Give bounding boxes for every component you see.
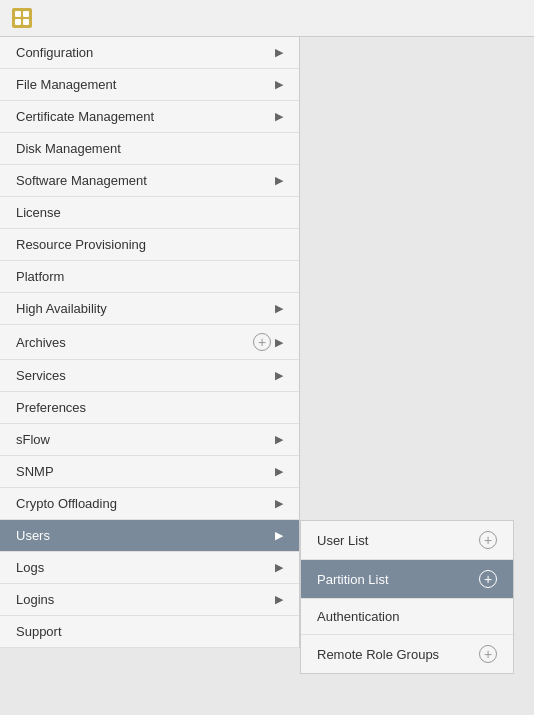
menu-item-crypto-offloading[interactable]: Crypto Offloading▶ [0,488,299,520]
plus-icon-archives[interactable]: + [253,333,271,351]
menu-item-logs[interactable]: Logs▶ [0,552,299,584]
menu-item-resource-provisioning[interactable]: Resource Provisioning [0,229,299,261]
arrow-icon-certificate-management: ▶ [275,110,283,123]
menu-item-support[interactable]: Support [0,616,299,648]
menu-item-label-platform: Platform [16,269,283,284]
arrow-icon-logins: ▶ [275,593,283,606]
submenu-plus-icon-user-list[interactable]: + [479,531,497,549]
svg-rect-3 [15,19,21,25]
menu-item-label-license: License [16,205,283,220]
menu-item-platform[interactable]: Platform [0,261,299,293]
menu-item-snmp[interactable]: SNMP▶ [0,456,299,488]
menu-item-label-logins: Logins [16,592,275,607]
menu-item-logins[interactable]: Logins▶ [0,584,299,616]
svg-rect-4 [23,19,29,25]
header [0,0,534,37]
svg-rect-0 [12,8,32,28]
submenu: User List+Partition List+AuthenticationR… [300,520,514,674]
menu-item-label-users: Users [16,528,275,543]
menu-item-label-sflow: sFlow [16,432,275,447]
menu-item-label-archives: Archives [16,335,253,350]
submenu-item-label-remote-role-groups: Remote Role Groups [317,647,439,662]
menu-item-label-configuration: Configuration [16,45,275,60]
menu-item-services[interactable]: Services▶ [0,360,299,392]
menu-item-label-certificate-management: Certificate Management [16,109,275,124]
menu-item-label-software-management: Software Management [16,173,275,188]
menu-item-users[interactable]: Users▶ [0,520,299,552]
arrow-icon-file-management: ▶ [275,78,283,91]
submenu-item-user-list[interactable]: User List+ [301,521,513,560]
system-icon [10,6,34,30]
arrow-icon-logs: ▶ [275,561,283,574]
submenu-item-label-partition-list: Partition List [317,572,389,587]
menu-item-label-support: Support [16,624,283,639]
menu-item-file-management[interactable]: File Management▶ [0,69,299,101]
menu-container: Configuration▶File Management▶Certificat… [0,37,534,648]
submenu-item-authentication[interactable]: Authentication [301,599,513,635]
menu-item-label-file-management: File Management [16,77,275,92]
arrow-icon-snmp: ▶ [275,465,283,478]
arrow-icon-users: ▶ [275,529,283,542]
menu-item-label-snmp: SNMP [16,464,275,479]
menu-item-software-management[interactable]: Software Management▶ [0,165,299,197]
menu-item-label-preferences: Preferences [16,400,283,415]
menu-item-archives[interactable]: Archives+▶ [0,325,299,360]
arrow-icon-archives: ▶ [275,336,283,349]
arrow-icon-configuration: ▶ [275,46,283,59]
menu-item-license[interactable]: License [0,197,299,229]
arrow-icon-sflow: ▶ [275,433,283,446]
menu-item-certificate-management[interactable]: Certificate Management▶ [0,101,299,133]
arrow-icon-high-availability: ▶ [275,302,283,315]
menu-item-label-services: Services [16,368,275,383]
submenu-item-remote-role-groups[interactable]: Remote Role Groups+ [301,635,513,673]
menu-item-label-logs: Logs [16,560,275,575]
menu-item-sflow[interactable]: sFlow▶ [0,424,299,456]
submenu-item-partition-list[interactable]: Partition List+ [301,560,513,599]
arrow-icon-software-management: ▶ [275,174,283,187]
menu-item-label-disk-management: Disk Management [16,141,283,156]
submenu-plus-icon-remote-role-groups[interactable]: + [479,645,497,663]
arrow-icon-crypto-offloading: ▶ [275,497,283,510]
svg-rect-1 [15,11,21,17]
menu-item-high-availability[interactable]: High Availability▶ [0,293,299,325]
menu-item-label-crypto-offloading: Crypto Offloading [16,496,275,511]
menu-item-label-high-availability: High Availability [16,301,275,316]
menu-item-disk-management[interactable]: Disk Management [0,133,299,165]
menu-item-configuration[interactable]: Configuration▶ [0,37,299,69]
primary-menu: Configuration▶File Management▶Certificat… [0,37,300,648]
submenu-item-label-user-list: User List [317,533,368,548]
submenu-item-label-authentication: Authentication [317,609,399,624]
menu-item-label-resource-provisioning: Resource Provisioning [16,237,283,252]
menu-item-preferences[interactable]: Preferences [0,392,299,424]
submenu-plus-icon-partition-list[interactable]: + [479,570,497,588]
svg-rect-2 [23,11,29,17]
arrow-icon-services: ▶ [275,369,283,382]
